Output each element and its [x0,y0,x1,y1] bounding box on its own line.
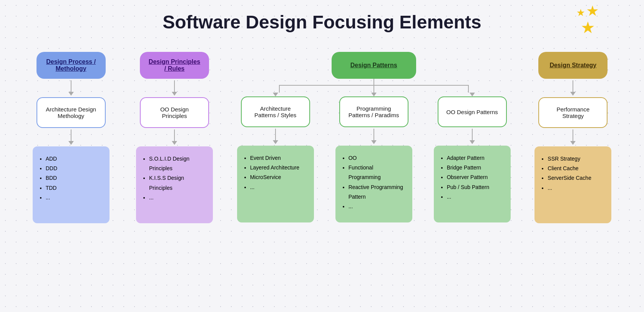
diagram: Design Process / Methology Architecture … [15,52,629,223]
architecture-patterns-bottom: Event Driven Layered Architecture MicroS… [237,146,314,222]
design-principles-pill: Design Principles / Rules [140,52,209,79]
list-item: K.I.S.S Design Principles [149,173,206,193]
list-item: ADD [46,154,103,164]
list-item: Reactive Programming Pattern [349,183,405,202]
architecture-patterns-list: Event Driven Layered Architecture MicroS… [244,153,307,192]
list-item: Layered Architecture [250,163,307,173]
list-item: Observer Pattern [447,173,504,182]
list-item: MicroService [250,173,307,182]
list-item: ServerSide Cache [548,173,604,183]
arrow-4 [172,129,177,145]
design-strategy-list: SSR Strategy Client Cache ServerSide Cac… [541,154,604,193]
programming-patterns-box: Programming Patterns / Paradims [339,96,408,127]
design-strategy-pill: Design Strategy [538,52,607,79]
oo-design-patterns-box: OO Design Patterns [438,96,507,127]
list-item: Adapter Pattern [447,153,504,163]
sub-col-programming: Programming Patterns / Paradims OO Funct… [329,93,419,222]
branch-connector [230,79,518,93]
list-item: BDD [46,173,103,183]
page-title: Software Design Focusing Elements ★ ★ ★ [15,12,629,33]
arrow-3 [172,80,177,96]
oo-design-patterns-bottom: Adapter Pattern Bridge Pattern Observer … [434,146,511,222]
programming-patterns-bottom: OO Functional Programming Reactive Progr… [335,146,412,222]
oo-design-patterns-list: Adapter Pattern Bridge Pattern Observer … [441,153,504,202]
column-design-process: Design Process / Methology Architecture … [23,52,119,223]
patterns-sub-row: Architecture Patterns / Styles Event Dri… [230,93,518,222]
column-design-principles: Design Principles / Rules OO Design Prin… [126,52,222,223]
list-item: Client Cache [548,164,604,173]
design-principles-list: S.O.L.I.D Design Principles K.I.S.S Desi… [143,154,206,202]
design-process-list: ADD DDD BDD TDD ... [40,154,103,202]
design-principles-bottom: S.O.L.I.D Design Principles K.I.S.S Desi… [136,146,213,223]
list-item: SSR Strategy [548,154,604,164]
architecture-design-methology-box: Architecture Design Methology [37,97,106,128]
sub-col-oo-design: OO Design Patterns Adapter Pattern Bridg… [427,93,518,222]
list-item: Pub / Sub Pattern [447,183,504,192]
list-item: OO [349,153,405,163]
list-item: ... [46,193,103,202]
list-item: ... [548,183,604,193]
list-item: Event Driven [250,153,307,163]
architecture-patterns-box: Architecture Patterns / Styles [241,96,310,127]
column-design-patterns: Design Patterns Architecture Patterns / … [230,52,518,222]
arrow-8 [570,80,576,96]
arrow-6 [371,129,377,144]
design-patterns-pill: Design Patterns [332,52,416,79]
decorative-stars: ★ ★ ★ [577,4,598,36]
design-process-bottom: ADD DDD BDD TDD ... [33,146,110,223]
programming-patterns-list: OO Functional Programming Reactive Progr… [342,153,405,211]
oo-design-principles-box: OO Design Principles [140,97,209,128]
design-strategy-bottom: SSR Strategy Client Cache ServerSide Cac… [534,146,611,223]
list-item: Functional Programming [349,163,405,182]
arrow-1 [68,80,74,96]
list-item: DDD [46,164,103,173]
list-item: S.O.L.I.D Design Principles [149,154,206,173]
arrow-5 [273,129,278,144]
list-item: ... [250,183,307,192]
arrow-2 [68,129,74,145]
arrow-9 [570,129,576,145]
design-process-pill: Design Process / Methology [37,52,106,79]
sub-col-architecture: Architecture Patterns / Styles Event Dri… [230,93,321,222]
performance-strategy-box: Performance Strategy [538,97,607,128]
list-item: ... [447,192,504,202]
column-design-strategy: Design Strategy Performance Strategy SSR… [525,52,621,223]
list-item: ... [349,202,405,211]
list-item: ... [149,193,206,202]
list-item: TDD [46,183,103,193]
list-item: Bridge Pattern [447,163,504,173]
arrow-7 [470,129,475,144]
